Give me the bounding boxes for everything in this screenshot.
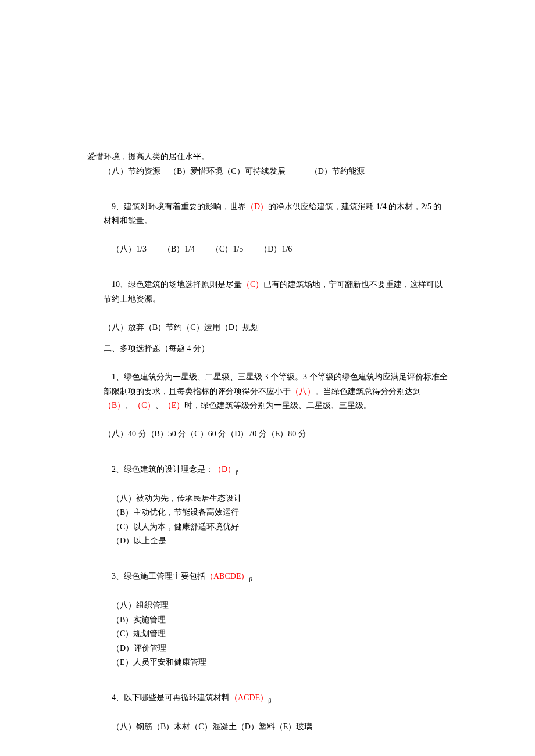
- m2-stem: 2、绿色建筑的设计理念是：（D）β: [87, 449, 448, 492]
- m1-a3: （C）: [133, 401, 155, 410]
- document-page: 爱惜环境，提高人类的居住水平。 （八）节约资源 （B）爱惜环境（C）可持续发展 …: [0, 0, 535, 756]
- m2-opt-a: （八）被动为先，传承民居生态设计: [87, 492, 448, 506]
- m3-pre: 3、绿色施工管理主要包括: [112, 572, 205, 581]
- m1-post: 时，绿色建筑等级分别为一星级、二星级、三星级。: [184, 401, 372, 410]
- q10-answer: （C）: [242, 280, 263, 289]
- m5-stem: 5、以下哪些是可再利用建筑材料（ABCD）。: [87, 741, 448, 756]
- m1-sep2: 、: [155, 401, 163, 410]
- m4-sub: β: [268, 697, 271, 704]
- m3-answer: （ABCDE）: [205, 572, 249, 581]
- m3-opt-b: （B）实施管理: [87, 613, 448, 628]
- fragment-top: 爱惜环境，提高人类的居住水平。: [87, 150, 448, 164]
- m3-stem: 3、绿色施工管理主要包括（ABCDE）β: [87, 556, 448, 599]
- m4-choices: （八）钢筋（B）木材（C）混凝土（D）塑料（E）玻璃: [87, 720, 448, 734]
- m1-sep: 、: [125, 401, 133, 410]
- m2-opt-b: （B）主动优化，节能设备高效运行: [87, 506, 448, 520]
- m1-a4: （E）: [163, 401, 185, 410]
- q9-choices: （八）1/3 （B）1/4 （C）1/5 （D）1/6: [87, 242, 448, 257]
- q9-stem: 9、建筑对环境有着重要的影响，世界（D）的净水供应给建筑，建筑消耗 1/4 的木…: [87, 185, 448, 242]
- m4-answer: （ACDE）: [230, 693, 268, 702]
- m2-opt-c: （C）以人为本，健康舒适环境优好: [87, 520, 448, 535]
- q8-choices: （八）节约资源 （B）爱惜环境（C）可持续发展 （D）节约能源: [87, 164, 448, 179]
- spacer: [87, 734, 448, 741]
- m1-stem: 1、绿色建筑分为一星级、二星级、三星级 3 个等级。3 个等级的绿色建筑均应满足…: [87, 356, 448, 428]
- section2-title: 二、多项选择题（每题 4 分）: [87, 342, 448, 356]
- m2-sub: β: [236, 469, 238, 475]
- m2-answer: （D）: [213, 465, 236, 474]
- m3-opt-e: （E）人员平安和健康管理: [87, 655, 448, 670]
- m3-opt-d: （D）评价管理: [87, 642, 448, 656]
- q10-choices: （八）放弃（B）节约（C）运用（D）规划: [87, 321, 448, 335]
- m3-opt-a: （八）组织管理: [87, 599, 448, 613]
- spacer: [87, 178, 448, 185]
- m3-opt-c: （C）规划管理: [87, 627, 448, 642]
- m1-choices: （八）40 分（B）50 分（C）60 分（D）70 分（E）80 分: [87, 427, 448, 442]
- m4-stem: 4、以下哪些是可再循环建筑材料（ACDE）β: [87, 677, 448, 720]
- m3-sub: β: [249, 576, 252, 582]
- q10-pre: 10、绿色建筑的场地选择原则是尽量: [112, 280, 242, 289]
- m1-a1: （八）: [291, 387, 315, 396]
- m2-pre: 2、绿色建筑的设计理念是：: [112, 465, 213, 474]
- q9-answer: （D）: [246, 202, 268, 211]
- spacer: [87, 442, 448, 449]
- m2-opt-d: （D）以上全是: [87, 534, 448, 549]
- q10-stem: 10、绿色建筑的场地选择原则是尽量（C）已有的建筑场地，宁可翻新也不要重建，这样…: [87, 264, 448, 321]
- spacer: [87, 257, 448, 264]
- m1-a2: （B）: [104, 401, 125, 410]
- spacer: [87, 549, 448, 556]
- m1-mid: 。当绿色建筑总得分分别达到: [315, 387, 421, 396]
- q9-pre: 9、建筑对环境有着重要的影响，世界: [112, 202, 246, 211]
- spacer: [87, 335, 448, 342]
- m4-pre: 4、以下哪些是可再循环建筑材料: [112, 693, 230, 702]
- spacer: [87, 670, 448, 677]
